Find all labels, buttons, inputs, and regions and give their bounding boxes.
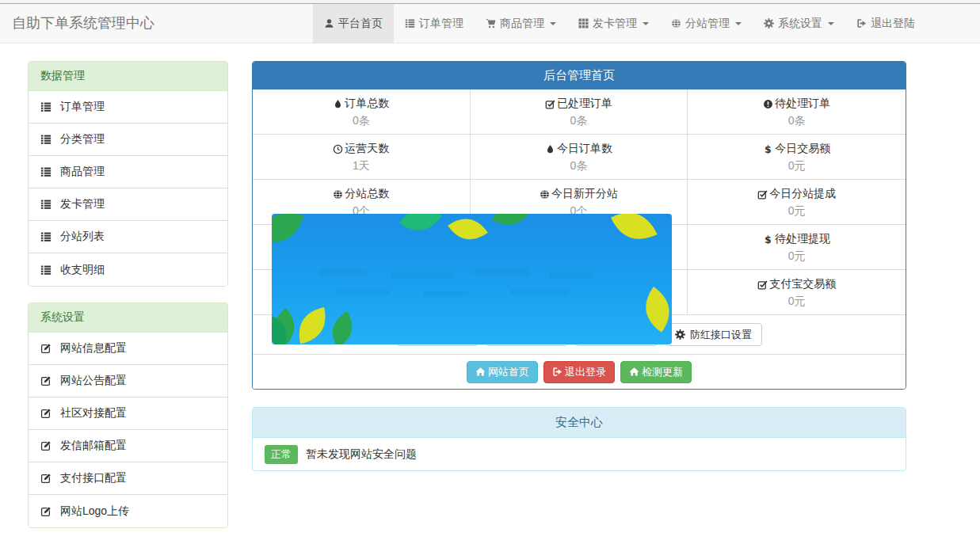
stat-label: 支付宝交易额: [769, 277, 836, 291]
check-square-icon: [757, 280, 768, 290]
stat-cell-alipay-transaction-amount: 支付宝交易额 0元: [688, 270, 906, 315]
edit-icon: [40, 440, 51, 451]
sidebar-item-site-logo-upload[interactable]: 网站Logo上传: [29, 495, 227, 527]
sidebar-item-category-management[interactable]: 分类管理: [29, 124, 227, 156]
sidebar-item-label: 网站公告配置: [60, 374, 127, 388]
edit-icon: [40, 473, 51, 484]
nav-item-label: 发卡管理: [593, 17, 637, 31]
sidebar-data-panel: 数据管理 订单管理 分类管理 商品管理 发卡管理 分站列表: [28, 61, 228, 287]
clock-icon: [333, 144, 343, 154]
nav-item-product-management[interactable]: 商品管理: [475, 4, 567, 43]
sidebar-item-community-docking-config[interactable]: 社区对接配置: [29, 398, 227, 430]
stat-cell-pending-orders: 待处理订单 0条: [688, 89, 906, 135]
nav-item-label: 分站管理: [685, 17, 730, 31]
sidebar-item-substation-list[interactable]: 分站列表: [29, 221, 227, 253]
nav-item-substation-management[interactable]: 分站管理: [660, 4, 753, 43]
nav-item-label: 退出登陆: [871, 17, 915, 31]
sidebar-item-label: 网站信息配置: [60, 341, 127, 356]
sidebar-item-label: 商品管理: [60, 165, 105, 179]
list-icon: [405, 18, 415, 29]
sidebar-item-label: 网站Logo上传: [60, 504, 129, 519]
sidebar-item-label: 社区对接配置: [60, 406, 127, 420]
sidebar: 数据管理 订单管理 分类管理 商品管理 发卡管理 分站列表: [28, 61, 228, 544]
stat-label: 待处理订单: [775, 97, 830, 111]
stat-value: 0条: [253, 114, 470, 128]
stat-cell-pending-withdrawal: 待处理提现 0元: [688, 225, 906, 270]
nav-item-label: 订单管理: [419, 17, 463, 31]
nav-item-label: 商品管理: [500, 17, 544, 31]
sidebar-settings-panel-title: 系统设置: [29, 303, 227, 333]
dollar-icon: [763, 144, 773, 154]
edit-icon: [40, 343, 51, 354]
sidebar-settings-panel: 系统设置 网站信息配置 网站公告配置 社区对接配置 发信邮箱配置 支付接口配置: [28, 302, 228, 528]
sidebar-item-label: 分类管理: [60, 132, 105, 146]
stat-label: 今日分站提成: [769, 187, 836, 201]
edit-icon: [40, 375, 51, 386]
th-grid-icon: [578, 18, 589, 29]
list-icon: [40, 166, 51, 177]
sidebar-item-order-management[interactable]: 订单管理: [29, 91, 227, 124]
edit-icon: [40, 408, 51, 419]
list-icon: [40, 199, 51, 210]
sidebar-data-panel-title: 数据管理: [29, 62, 227, 91]
nav-item-system-settings[interactable]: 系统设置: [753, 4, 845, 43]
promo-banner-image: [272, 214, 672, 344]
nav-item-platform-home[interactable]: 平台首页: [313, 4, 394, 43]
anti-red-interface-settings-button[interactable]: 防红接口设置: [665, 323, 762, 346]
sidebar-item-product-management[interactable]: 商品管理: [29, 156, 227, 188]
caret-down-icon: [643, 22, 649, 25]
status-badge: 正常: [265, 445, 298, 464]
sidebar-item-label: 分站列表: [60, 230, 105, 244]
exclamation-circle-icon: [763, 99, 773, 109]
nav-item-logout[interactable]: 退出登陆: [845, 4, 926, 43]
sidebar-item-site-info-config[interactable]: 网站信息配置: [29, 333, 227, 365]
stat-value: 0条: [688, 114, 906, 128]
nav-item-order-management[interactable]: 订单管理: [394, 4, 475, 43]
stat-label: 今日交易额: [775, 142, 830, 156]
home-icon: [475, 367, 486, 377]
button-label: 网站首页: [488, 365, 529, 379]
home-icon: [629, 367, 639, 377]
stat-label: 已处理订单: [557, 97, 612, 111]
sidebar-item-label: 订单管理: [60, 100, 105, 114]
sidebar-item-site-announcement-config[interactable]: 网站公告配置: [29, 365, 227, 398]
sidebar-item-income-expense-details[interactable]: 收支明细: [29, 253, 227, 286]
stat-cell-operating-days: 运营天数 1天: [253, 135, 471, 180]
stat-label: 运营天数: [345, 142, 389, 156]
logout-button[interactable]: 退出登录: [543, 361, 615, 383]
tint-icon: [545, 144, 555, 154]
list-icon: [40, 231, 51, 242]
stat-cell-today-orders: 今日订单数 0条: [471, 135, 688, 180]
sign-out-icon: [552, 367, 562, 377]
tint-icon: [333, 99, 343, 109]
sign-out-icon: [856, 18, 867, 29]
sidebar-item-outgoing-mail-config[interactable]: 发信邮箱配置: [29, 430, 227, 462]
stat-label: 订单总数: [345, 97, 389, 111]
stat-label: 今日订单数: [557, 142, 612, 156]
stat-cell-total-orders: 订单总数 0条: [253, 89, 471, 135]
stat-value: 0条: [471, 159, 688, 173]
sidebar-item-payment-interface-config[interactable]: 支付接口配置: [29, 462, 227, 495]
stat-value: 0条: [471, 114, 688, 128]
stat-cell-today-transaction-amount: 今日交易额 0元: [688, 135, 906, 180]
stat-value: 0元: [688, 249, 906, 264]
list-icon: [40, 264, 51, 276]
stat-value: 1天: [253, 159, 470, 173]
user-icon: [324, 18, 334, 29]
security-center-body: 正常 暂未发现网站安全问题: [253, 438, 906, 470]
caret-down-icon: [735, 22, 742, 25]
top-navbar: 自助下单系统管理中心 平台首页 订单管理 商品管理 发卡管理 分站管理 系统设置: [0, 4, 980, 44]
security-center-title: 安全中心: [253, 408, 906, 438]
check-square-icon: [757, 189, 768, 200]
button-label: 退出登录: [565, 365, 606, 379]
sidebar-item-label: 支付接口配置: [60, 471, 127, 485]
check-update-button[interactable]: 检测更新: [620, 361, 692, 383]
site-home-button[interactable]: 网站首页: [467, 361, 538, 383]
sidebar-item-card-management[interactable]: 发卡管理: [29, 188, 227, 221]
dollar-icon: [763, 234, 773, 245]
nav-item-card-management[interactable]: 发卡管理: [567, 4, 660, 43]
stat-value: 0元: [688, 295, 906, 309]
caret-down-icon: [828, 22, 834, 25]
globe-icon: [671, 18, 681, 29]
stat-cell-today-substation-commission: 今日分站提成 0元: [688, 180, 906, 225]
